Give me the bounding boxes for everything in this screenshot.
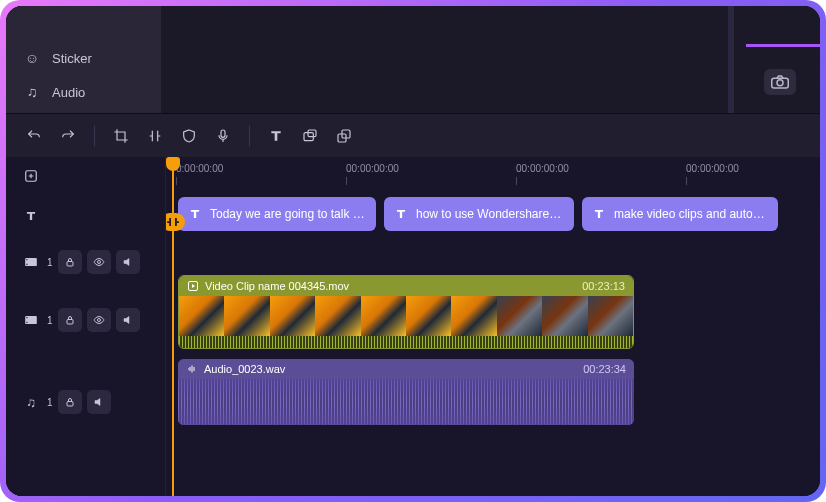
text-icon	[188, 207, 202, 221]
svg-rect-2	[221, 130, 225, 137]
ruler-tick: 00:00:00:00	[516, 163, 569, 174]
split-button[interactable]	[141, 122, 169, 150]
svg-point-1	[777, 80, 783, 86]
mute-button[interactable]	[116, 308, 140, 332]
audio-clip-header: Audio_0023.wav 00:23:34	[178, 359, 634, 379]
ruler-tick: 0:00:00:00	[176, 163, 223, 174]
text-icon	[592, 207, 606, 221]
svg-rect-14	[26, 317, 27, 318]
svg-rect-4	[308, 130, 316, 137]
sidebar-item-audio[interactable]: ♫ Audio	[6, 75, 161, 109]
ruler-tick: 00:00:00:00	[686, 163, 739, 174]
svg-rect-11	[67, 262, 73, 267]
separator	[249, 126, 250, 146]
track-headers: 1 1 ♫ 1	[6, 157, 166, 496]
split-indicator-icon	[166, 216, 180, 228]
crop-button[interactable]	[107, 122, 135, 150]
speaker-icon	[122, 256, 134, 268]
track-index: 1	[47, 257, 53, 268]
tracks-body[interactable]: 0:00:00:00 00:00:00:00 00:00:00:00 00:00…	[166, 157, 820, 496]
text-clip-label: Today we are going to talk a...	[210, 207, 366, 221]
text-track-icon	[16, 203, 46, 229]
audio-track-header[interactable]: ♫ 1	[6, 389, 165, 415]
svg-rect-16	[67, 320, 73, 325]
cut-marker[interactable]	[166, 213, 185, 231]
layers-button[interactable]	[330, 122, 358, 150]
undo-button[interactable]	[20, 122, 48, 150]
redo-button[interactable]	[54, 122, 82, 150]
library-sidebar: ☺ Sticker ♫ Audio	[6, 6, 161, 113]
crop-icon	[113, 128, 129, 144]
waveform-icon	[186, 363, 198, 375]
audio-clip-duration: 00:23:34	[583, 363, 626, 375]
add-track-button[interactable]	[6, 163, 165, 189]
speaker-icon	[122, 314, 134, 326]
shield-button[interactable]	[175, 122, 203, 150]
sticker-icon: ☺	[24, 50, 40, 66]
timeline: 1 1 ♫ 1	[6, 157, 820, 496]
library-panel: ☺ Sticker ♫ Audio	[6, 6, 820, 113]
caption-button[interactable]	[296, 122, 324, 150]
caption-icon	[302, 128, 318, 144]
lock-icon	[64, 256, 76, 268]
mic-icon	[215, 128, 231, 144]
split-icon	[147, 128, 163, 144]
visibility-button[interactable]	[87, 250, 111, 274]
lock-icon	[64, 314, 76, 326]
audio-track-icon: ♫	[16, 389, 46, 415]
video-clip-name: Video Clip name 004345.mov	[205, 280, 349, 292]
text-icon	[268, 128, 284, 144]
sidebar-item-label: Audio	[52, 85, 85, 100]
svg-point-17	[97, 319, 100, 322]
svg-rect-15	[26, 322, 27, 323]
text-clip[interactable]: make video clips and autom...	[582, 197, 778, 231]
svg-rect-18	[67, 402, 73, 407]
svg-rect-9	[26, 259, 27, 260]
sidebar-item-sticker[interactable]: ☺ Sticker	[6, 41, 161, 75]
video-track-icon	[16, 249, 46, 275]
play-icon	[187, 280, 199, 292]
eye-icon	[93, 256, 105, 268]
text-clip[interactable]: Today we are going to talk a...	[178, 197, 376, 231]
video-clip[interactable]: Video Clip name 004345.mov 00:23:13	[178, 275, 634, 349]
audio-clip-name: Audio_0023.wav	[204, 363, 285, 375]
layers-icon	[336, 128, 352, 144]
plus-icon	[24, 169, 38, 183]
video-track-icon	[16, 307, 46, 333]
playhead-cap[interactable]	[166, 157, 180, 171]
audio-waveform	[178, 379, 634, 425]
video-audio-waveform	[179, 336, 633, 348]
lock-button[interactable]	[58, 250, 82, 274]
time-ruler[interactable]: 0:00:00:00 00:00:00:00 00:00:00:00 00:00…	[166, 157, 820, 187]
mic-button[interactable]	[209, 122, 237, 150]
eye-icon	[93, 314, 105, 326]
video-track-header-2[interactable]: 1	[6, 307, 165, 333]
undo-icon	[26, 128, 42, 144]
speaker-icon	[93, 396, 105, 408]
mute-button[interactable]	[87, 390, 111, 414]
playhead[interactable]	[172, 157, 174, 496]
lock-button[interactable]	[58, 308, 82, 332]
snapshot-button[interactable]	[764, 69, 796, 95]
separator	[94, 126, 95, 146]
ruler-tick: 00:00:00:00	[346, 163, 399, 174]
visibility-button[interactable]	[87, 308, 111, 332]
svg-rect-10	[26, 264, 27, 265]
text-clip-label: how to use Wondershare De...	[416, 207, 564, 221]
redo-icon	[60, 128, 76, 144]
mute-button[interactable]	[116, 250, 140, 274]
lock-button[interactable]	[58, 390, 82, 414]
text-clip[interactable]: how to use Wondershare De...	[384, 197, 574, 231]
track-index: 1	[47, 397, 53, 408]
audio-clip[interactable]: Audio_0023.wav 00:23:34	[178, 359, 634, 425]
video-track-header-1[interactable]: 1	[6, 249, 165, 275]
text-button[interactable]	[262, 122, 290, 150]
lock-icon	[64, 396, 76, 408]
sidebar-item-label: Sticker	[52, 51, 92, 66]
video-clip-header: Video Clip name 004345.mov 00:23:13	[179, 276, 633, 296]
video-clip-duration: 00:23:13	[582, 280, 625, 292]
music-icon: ♫	[24, 84, 40, 100]
text-track-header[interactable]	[6, 203, 165, 229]
library-content	[161, 6, 728, 113]
camera-icon	[771, 75, 789, 89]
